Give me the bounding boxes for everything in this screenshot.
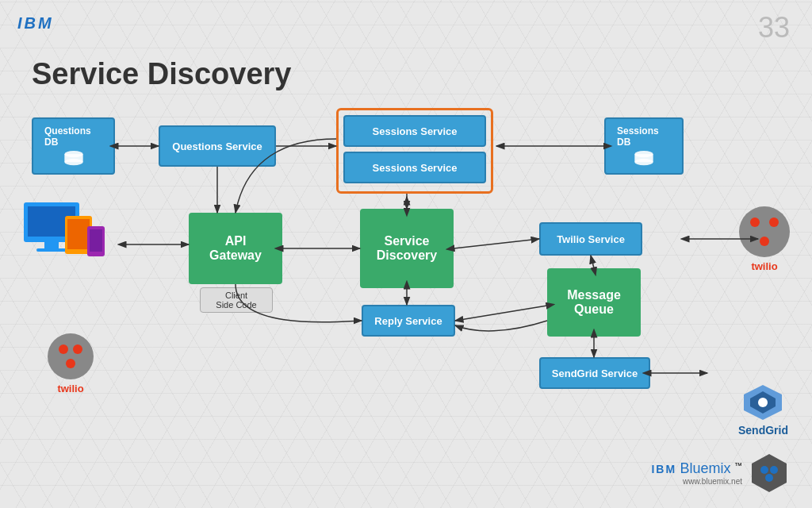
- ibm-bluemix-footer: IBM Bluemix ™ www.bluemix.net: [651, 452, 788, 494]
- service-discovery-label: Service Discovery: [377, 234, 438, 263]
- svg-point-20: [765, 474, 773, 482]
- svg-rect-11: [67, 219, 90, 249]
- sendgrid-text: SendGrid: [738, 424, 788, 437]
- questions-service-label: Questions Service: [172, 140, 262, 152]
- api-gateway-box: API Gateway: [189, 213, 282, 284]
- api-gateway-label: API Gateway: [209, 234, 262, 263]
- sessions-service-1-box: Sessions Service: [343, 115, 486, 147]
- svg-rect-9: [36, 248, 67, 252]
- twilio-dot: [66, 359, 75, 368]
- tm-symbol: ™: [734, 461, 742, 470]
- client-side-code-label: Client Side Code: [200, 287, 273, 313]
- questions-db-box: Questions DB: [32, 117, 115, 175]
- sessions-service-2-box: Sessions Service: [343, 152, 486, 183]
- message-queue-box: Message Queue: [547, 268, 641, 337]
- twilio-service-box: Twilio Service: [539, 222, 642, 256]
- questions-db-icon: [61, 151, 86, 167]
- reply-service-label: Reply Service: [374, 315, 442, 327]
- message-queue-label: Message Queue: [567, 288, 621, 317]
- bluemix-text-area: IBM Bluemix ™ www.bluemix.net: [651, 460, 742, 486]
- sessions-db-label: Sessions DB: [617, 125, 671, 148]
- service-discovery-box: Service Discovery: [360, 209, 454, 288]
- bluemix-footer-text: Bluemix: [680, 460, 731, 476]
- sendgrid-icon: [742, 383, 783, 421]
- svg-point-19: [770, 466, 778, 474]
- hex-badge-group: [750, 452, 788, 494]
- sessions-group: Sessions Service Sessions Service: [336, 108, 493, 194]
- sessions-service-1-label: Sessions Service: [373, 125, 458, 137]
- reply-service-box: Reply Service: [362, 305, 455, 337]
- twilio-bottom-logo: twilio: [48, 333, 94, 394]
- twilio-bottom-circle: [48, 333, 94, 379]
- footer-url: www.bluemix.net: [651, 477, 742, 486]
- twilio-service-label: Twilio Service: [557, 233, 625, 245]
- sessions-service-2-label: Sessions Service: [373, 162, 458, 174]
- arrow-mq-twilio: [591, 256, 594, 268]
- svg-rect-8: [44, 242, 59, 248]
- twilio-right-logo: twilio: [739, 206, 790, 272]
- sendgrid-logo-area: SendGrid: [738, 383, 788, 437]
- hex-badge-icon: [750, 452, 788, 494]
- sessions-db-box: Sessions DB: [604, 117, 684, 175]
- sendgrid-service-box: SendGrid Service: [539, 357, 650, 389]
- client-devices-illustration: [16, 198, 127, 274]
- ibm-logo: IBM: [17, 14, 54, 33]
- svg-point-16: [758, 398, 768, 407]
- svg-point-5: [634, 159, 653, 165]
- page-title: Service Discovery: [32, 57, 291, 91]
- svg-point-18: [760, 466, 768, 474]
- arrow-sd-twilio: [454, 239, 539, 248]
- questions-db-label: Questions DB: [44, 125, 102, 148]
- arrow-mq-reply: [455, 306, 547, 321]
- slide-number: 33: [758, 11, 790, 44]
- svg-rect-13: [90, 229, 102, 252]
- twilio-right-dot: [760, 237, 769, 246]
- sendgrid-service-label: SendGrid Service: [552, 368, 638, 379]
- twilio-right-circle: [739, 206, 790, 257]
- arrow-mq-reply2: [455, 321, 547, 331]
- client-side-code-text: Client Side Code: [216, 291, 256, 310]
- twilio-right-text: twilio: [751, 260, 777, 272]
- questions-service-box: Questions Service: [159, 125, 276, 167]
- bluemix-brand: IBM Bluemix ™: [651, 460, 742, 477]
- twilio-bottom-text: twilio: [57, 383, 83, 394]
- svg-marker-17: [752, 454, 787, 492]
- ibm-footer-text: IBM: [651, 463, 676, 475]
- svg-point-2: [64, 159, 82, 165]
- sessions-db-icon: [631, 151, 657, 167]
